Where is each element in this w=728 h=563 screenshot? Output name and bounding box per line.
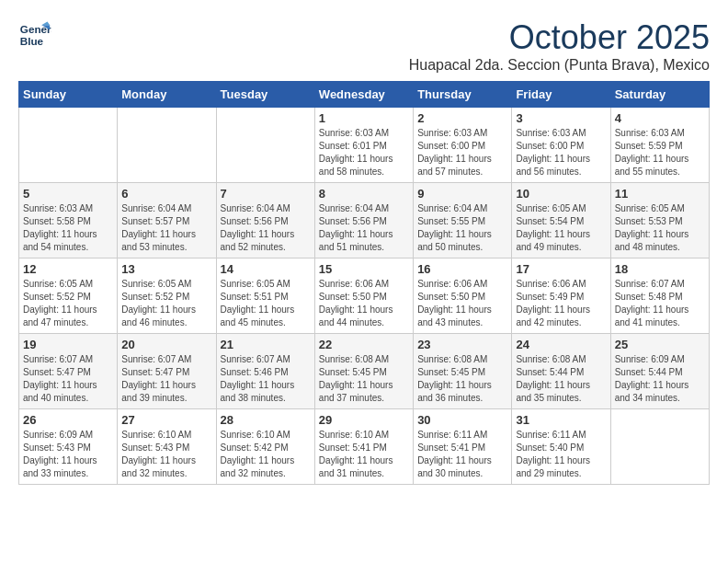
calendar-cell (610, 409, 709, 485)
day-number: 10 (516, 187, 606, 201)
calendar-cell: 28Sunrise: 6:10 AM Sunset: 5:42 PM Dayli… (216, 409, 314, 485)
day-info: Sunrise: 6:03 AM Sunset: 6:01 PM Dayligh… (319, 127, 409, 178)
calendar-cell: 12Sunrise: 6:05 AM Sunset: 5:52 PM Dayli… (19, 259, 118, 334)
day-number: 27 (121, 413, 211, 427)
calendar-week-row: 26Sunrise: 6:09 AM Sunset: 5:43 PM Dayli… (19, 409, 710, 485)
day-info: Sunrise: 6:04 AM Sunset: 5:56 PM Dayligh… (221, 202, 311, 254)
calendar-cell: 17Sunrise: 6:06 AM Sunset: 5:49 PM Dayli… (512, 259, 610, 334)
day-number: 9 (417, 187, 507, 201)
day-number: 29 (319, 413, 409, 427)
calendar-cell: 3Sunrise: 6:03 AM Sunset: 6:00 PM Daylig… (512, 108, 610, 183)
day-info: Sunrise: 6:05 AM Sunset: 5:54 PM Dayligh… (516, 202, 606, 254)
title-area: October 2025 Huapacal 2da. Seccion (Punt… (409, 18, 710, 74)
calendar-cell: 9Sunrise: 6:04 AM Sunset: 5:55 PM Daylig… (414, 183, 512, 259)
calendar-cell: 30Sunrise: 6:11 AM Sunset: 5:41 PM Dayli… (414, 409, 512, 485)
day-info: Sunrise: 6:10 AM Sunset: 5:43 PM Dayligh… (121, 429, 211, 480)
day-number: 22 (319, 338, 409, 351)
header: General Blue October 2025 Huapacal 2da. … (18, 18, 710, 74)
main-title: October 2025 (409, 18, 710, 57)
subtitle: Huapacal 2da. Seccion (Punta Brava), Mex… (409, 57, 710, 74)
day-info: Sunrise: 6:04 AM Sunset: 5:57 PM Dayligh… (121, 202, 211, 254)
day-info: Sunrise: 6:06 AM Sunset: 5:50 PM Dayligh… (417, 278, 507, 329)
calendar-cell: 18Sunrise: 6:07 AM Sunset: 5:48 PM Dayli… (610, 259, 709, 334)
day-number: 18 (615, 262, 705, 276)
header-friday: Friday (512, 82, 610, 108)
calendar-cell: 15Sunrise: 6:06 AM Sunset: 5:50 PM Dayli… (314, 259, 413, 334)
day-number: 7 (221, 187, 311, 201)
calendar-cell (216, 108, 314, 183)
calendar-cell: 5Sunrise: 6:03 AM Sunset: 5:58 PM Daylig… (19, 183, 118, 259)
calendar-table: SundayMondayTuesdayWednesdayThursdayFrid… (18, 81, 710, 485)
day-info: Sunrise: 6:08 AM Sunset: 5:45 PM Dayligh… (319, 353, 409, 405)
calendar-cell: 25Sunrise: 6:09 AM Sunset: 5:44 PM Dayli… (610, 334, 709, 409)
day-number: 12 (23, 262, 113, 276)
day-number: 28 (221, 413, 311, 427)
logo-icon: General Blue (18, 18, 51, 52)
day-number: 26 (23, 413, 113, 427)
day-number: 25 (615, 338, 705, 351)
day-info: Sunrise: 6:09 AM Sunset: 5:44 PM Dayligh… (615, 353, 705, 405)
day-info: Sunrise: 6:04 AM Sunset: 5:55 PM Dayligh… (417, 202, 507, 254)
day-info: Sunrise: 6:04 AM Sunset: 5:56 PM Dayligh… (319, 202, 409, 254)
day-number: 16 (417, 262, 507, 276)
logo: General Blue (18, 18, 51, 52)
day-number: 23 (417, 338, 507, 351)
day-number: 11 (615, 187, 705, 201)
day-number: 3 (516, 111, 606, 125)
day-info: Sunrise: 6:11 AM Sunset: 5:41 PM Dayligh… (417, 429, 507, 480)
day-info: Sunrise: 6:03 AM Sunset: 5:59 PM Dayligh… (615, 127, 705, 178)
day-info: Sunrise: 6:06 AM Sunset: 5:49 PM Dayligh… (516, 278, 606, 329)
day-number: 13 (121, 262, 211, 276)
day-info: Sunrise: 6:05 AM Sunset: 5:52 PM Dayligh… (121, 278, 211, 329)
day-number: 5 (23, 187, 113, 201)
calendar-cell: 14Sunrise: 6:05 AM Sunset: 5:51 PM Dayli… (216, 259, 314, 334)
day-number: 2 (417, 111, 507, 125)
day-number: 15 (319, 262, 409, 276)
calendar-week-row: 5Sunrise: 6:03 AM Sunset: 5:58 PM Daylig… (19, 183, 710, 259)
day-info: Sunrise: 6:06 AM Sunset: 5:50 PM Dayligh… (319, 278, 409, 329)
day-number: 14 (221, 262, 311, 276)
calendar-cell: 29Sunrise: 6:10 AM Sunset: 5:41 PM Dayli… (314, 409, 413, 485)
day-number: 4 (615, 111, 705, 125)
calendar-cell: 19Sunrise: 6:07 AM Sunset: 5:47 PM Dayli… (19, 334, 118, 409)
header-tuesday: Tuesday (216, 82, 314, 108)
day-info: Sunrise: 6:08 AM Sunset: 5:44 PM Dayligh… (516, 353, 606, 405)
calendar-cell: 13Sunrise: 6:05 AM Sunset: 5:52 PM Dayli… (118, 259, 216, 334)
calendar-cell: 31Sunrise: 6:11 AM Sunset: 5:40 PM Dayli… (512, 409, 610, 485)
calendar-cell: 26Sunrise: 6:09 AM Sunset: 5:43 PM Dayli… (19, 409, 118, 485)
header-wednesday: Wednesday (314, 82, 413, 108)
day-number: 19 (23, 338, 113, 351)
calendar-cell: 4Sunrise: 6:03 AM Sunset: 5:59 PM Daylig… (610, 108, 709, 183)
day-number: 8 (319, 187, 409, 201)
header-monday: Monday (118, 82, 216, 108)
calendar-cell: 27Sunrise: 6:10 AM Sunset: 5:43 PM Dayli… (118, 409, 216, 485)
calendar-cell: 20Sunrise: 6:07 AM Sunset: 5:47 PM Dayli… (118, 334, 216, 409)
header-sunday: Sunday (19, 82, 118, 108)
day-info: Sunrise: 6:07 AM Sunset: 5:47 PM Dayligh… (121, 353, 211, 405)
day-info: Sunrise: 6:03 AM Sunset: 6:00 PM Dayligh… (516, 127, 606, 178)
day-info: Sunrise: 6:10 AM Sunset: 5:42 PM Dayligh… (221, 429, 311, 480)
calendar-cell: 8Sunrise: 6:04 AM Sunset: 5:56 PM Daylig… (314, 183, 413, 259)
day-info: Sunrise: 6:05 AM Sunset: 5:52 PM Dayligh… (23, 278, 113, 329)
day-number: 1 (319, 111, 409, 125)
calendar-header-row: SundayMondayTuesdayWednesdayThursdayFrid… (19, 82, 710, 108)
calendar-cell: 16Sunrise: 6:06 AM Sunset: 5:50 PM Dayli… (414, 259, 512, 334)
day-number: 24 (516, 338, 606, 351)
day-number: 30 (417, 413, 507, 427)
day-info: Sunrise: 6:05 AM Sunset: 5:51 PM Dayligh… (221, 278, 311, 329)
day-number: 17 (516, 262, 606, 276)
calendar-cell: 22Sunrise: 6:08 AM Sunset: 5:45 PM Dayli… (314, 334, 413, 409)
day-info: Sunrise: 6:09 AM Sunset: 5:43 PM Dayligh… (23, 429, 113, 480)
calendar-cell (19, 108, 118, 183)
calendar-cell: 21Sunrise: 6:07 AM Sunset: 5:46 PM Dayli… (216, 334, 314, 409)
calendar-cell: 24Sunrise: 6:08 AM Sunset: 5:44 PM Dayli… (512, 334, 610, 409)
calendar-cell (118, 108, 216, 183)
day-info: Sunrise: 6:03 AM Sunset: 5:58 PM Dayligh… (23, 202, 113, 254)
day-info: Sunrise: 6:07 AM Sunset: 5:48 PM Dayligh… (615, 278, 705, 329)
day-number: 31 (516, 413, 606, 427)
calendar-week-row: 19Sunrise: 6:07 AM Sunset: 5:47 PM Dayli… (19, 334, 710, 409)
calendar-cell: 7Sunrise: 6:04 AM Sunset: 5:56 PM Daylig… (216, 183, 314, 259)
calendar-cell: 2Sunrise: 6:03 AM Sunset: 6:00 PM Daylig… (414, 108, 512, 183)
calendar-cell: 11Sunrise: 6:05 AM Sunset: 5:53 PM Dayli… (610, 183, 709, 259)
header-saturday: Saturday (610, 82, 709, 108)
